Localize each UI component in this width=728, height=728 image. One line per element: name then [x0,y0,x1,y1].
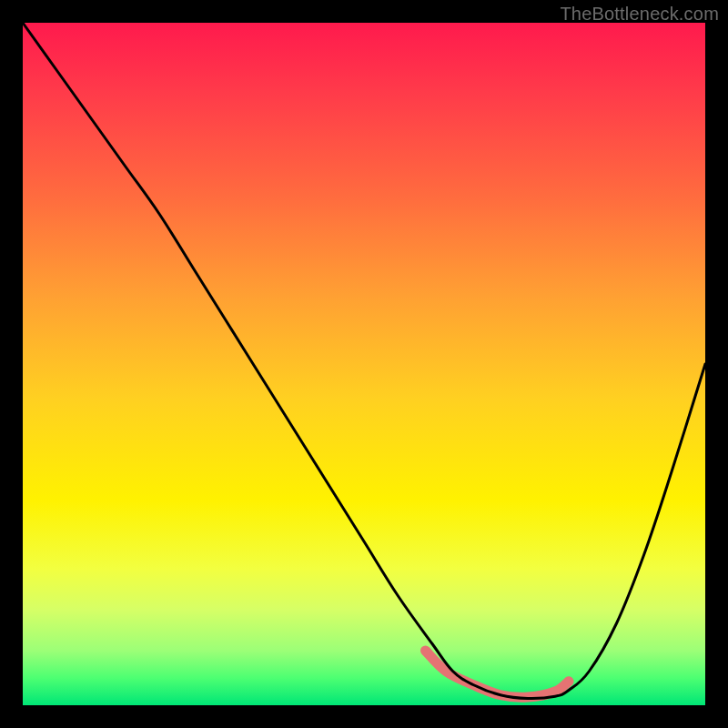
main-curve [23,23,705,699]
curve-layer [23,23,705,705]
chart-frame: TheBottleneck.com [0,0,728,728]
watermark-text: TheBottleneck.com [560,4,719,25]
highlight-band [426,651,570,697]
plot-area [23,23,705,705]
